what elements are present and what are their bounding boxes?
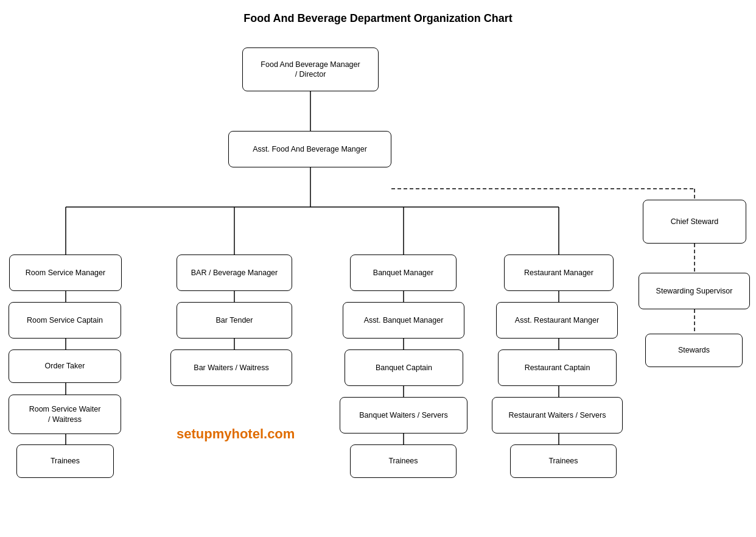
box-asst_restaurant: Asst. Restaurant Manger [496, 302, 618, 339]
box-bar_manager: BAR / Beverage Manager [177, 254, 292, 291]
box-trainees3: Trainees [510, 444, 617, 478]
box-restaurant_captain: Restaurant Captain [498, 349, 617, 386]
box-asst_fb: Asst. Food And Beverage Manger [228, 131, 391, 167]
box-asst_banquet: Asst. Banquet Manager [343, 302, 464, 339]
box-restaurant_waiters: Restaurant Waiters / Servers [492, 397, 623, 433]
chart-container: Food And Beverage Department Organizatio… [0, 0, 756, 537]
box-rm_waiter: Room Service Waiter / Waitress [9, 395, 121, 434]
box-order_taker: Order Taker [9, 349, 121, 383]
box-banquet_manager: Banquet Manager [350, 254, 457, 291]
box-stewards: Stewards [645, 334, 743, 367]
box-restaurant_manager: Restaurant Manager [504, 254, 614, 291]
box-trainees2: Trainees [350, 444, 457, 478]
box-stewarding_sup: Stewarding Supervisor [639, 273, 750, 309]
box-bar_tender: Bar Tender [177, 302, 292, 339]
box-banquet_waiters: Banquet Waiters / Servers [340, 397, 467, 433]
box-rm_manager: Room Service Manager [9, 254, 122, 291]
box-banquet_captain: Banquet Captain [345, 349, 463, 386]
box-bar_waiters: Bar Waiters / Waitress [170, 349, 292, 386]
box-rm_captain: Room Service Captain [9, 302, 121, 339]
chart-title: Food And Beverage Department Organizatio… [6, 12, 750, 25]
box-fb_director: Food And Beverage Manager / Director [242, 47, 379, 91]
box-chief_steward: Chief Steward [643, 200, 746, 244]
watermark: setupmyhotel.com [177, 426, 295, 442]
box-trainees1: Trainees [16, 444, 114, 478]
